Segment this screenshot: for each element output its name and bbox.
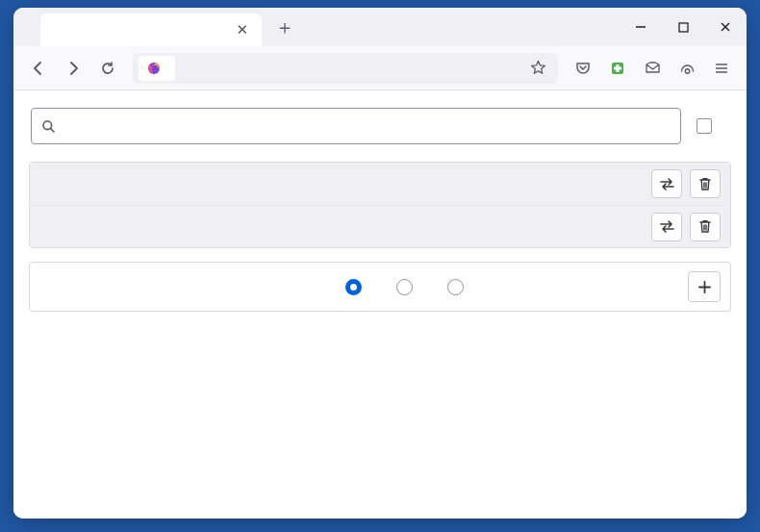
- close-button[interactable]: [704, 8, 747, 46]
- new-tab-button[interactable]: ＋: [271, 13, 298, 40]
- nav-toolbar: [13, 46, 747, 90]
- svg-rect-1: [679, 23, 688, 32]
- search-icon: [41, 119, 56, 134]
- pref-row[interactable]: [30, 163, 730, 205]
- forward-button[interactable]: [58, 53, 89, 84]
- add-pref-name: [30, 277, 345, 296]
- radio-off-icon: [447, 279, 464, 295]
- search-row: [23, 108, 737, 144]
- identity-box[interactable]: [139, 56, 175, 81]
- tab-active[interactable]: ✕: [40, 13, 262, 46]
- delete-button[interactable]: [690, 213, 721, 241]
- pref-search-input[interactable]: [63, 117, 671, 135]
- toggle-button[interactable]: [651, 169, 682, 198]
- titlebar: ✕ ＋: [13, 8, 747, 46]
- radio-off-icon: [396, 279, 413, 295]
- firefox-icon: [146, 61, 162, 76]
- pref-search-box[interactable]: [31, 108, 681, 144]
- toggle-button[interactable]: [651, 213, 682, 241]
- toggle-icon: [659, 177, 675, 191]
- url-bar[interactable]: [133, 53, 558, 84]
- tab-close-icon[interactable]: ✕: [232, 19, 252, 40]
- about-config-content: [13, 90, 747, 519]
- modified-only-toggle[interactable]: [697, 118, 720, 134]
- menu-button[interactable]: [706, 53, 737, 84]
- checkbox-icon: [697, 118, 712, 134]
- back-button[interactable]: [23, 53, 54, 84]
- trash-icon: [698, 177, 712, 191]
- pref-value: [345, 176, 651, 191]
- svg-point-8: [685, 69, 689, 73]
- type-string[interactable]: [447, 279, 471, 295]
- preference-list: [29, 162, 731, 248]
- window-controls: [620, 8, 747, 46]
- type-number[interactable]: [396, 279, 420, 295]
- delete-button[interactable]: [690, 169, 721, 198]
- minimize-button[interactable]: [620, 8, 662, 46]
- extension-button[interactable]: [602, 53, 633, 84]
- pref-name: [30, 217, 345, 237]
- svg-line-13: [51, 128, 55, 132]
- toggle-icon: [659, 219, 675, 234]
- trash-icon: [698, 219, 712, 234]
- maximize-button[interactable]: [662, 8, 704, 46]
- account-icon[interactable]: [671, 53, 702, 84]
- radio-on-icon: [345, 279, 362, 295]
- plus-icon: [697, 280, 712, 294]
- bookmark-star-icon[interactable]: [524, 60, 552, 76]
- inbox-icon[interactable]: [637, 53, 668, 84]
- add-button[interactable]: [688, 271, 721, 302]
- add-pref-row: [29, 262, 731, 312]
- svg-rect-7: [614, 66, 621, 69]
- pref-row[interactable]: [30, 205, 730, 247]
- type-boolean[interactable]: [345, 279, 369, 295]
- pocket-button[interactable]: [568, 53, 598, 84]
- pref-name: [30, 174, 345, 193]
- browser-window: ✕ ＋: [13, 8, 747, 519]
- type-radio-group: [345, 279, 688, 295]
- reload-button[interactable]: [92, 53, 123, 84]
- pref-value: [345, 219, 651, 235]
